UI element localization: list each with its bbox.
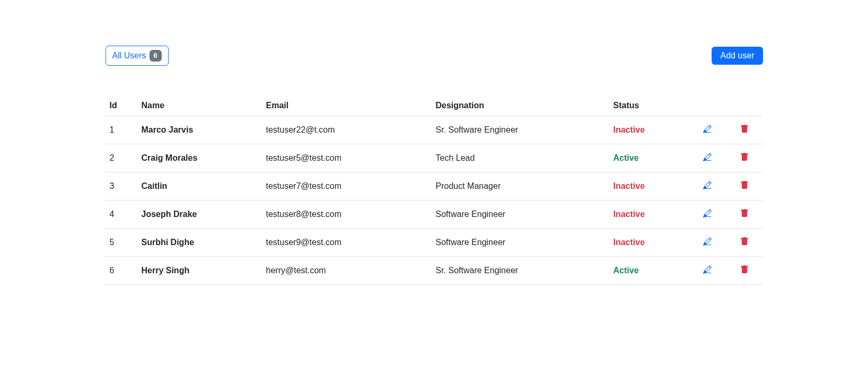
trash-icon	[740, 153, 749, 161]
cell-email: testuser9@test.com	[262, 229, 432, 257]
table-row: 5 Surbhi Dighe testuser9@test.com Softwa…	[106, 229, 763, 257]
table-row: 3 Caitlin testuser7@test.com Product Man…	[106, 172, 763, 201]
cell-email: testuser5@test.com	[262, 144, 432, 172]
users-table: Id Name Email Designation Status 1 Marco…	[106, 96, 763, 285]
edit-button[interactable]	[703, 181, 712, 189]
cell-email: testuser8@test.com	[262, 201, 432, 229]
column-header-name: Name	[137, 96, 262, 116]
delete-button[interactable]	[740, 237, 749, 246]
cell-status: Active	[609, 144, 689, 172]
cell-designation: Product Manager	[432, 172, 609, 201]
cell-designation: Software Engineer	[432, 229, 609, 257]
cell-id: 2	[106, 144, 137, 172]
delete-button[interactable]	[740, 209, 749, 218]
cell-name: Caitlin	[137, 172, 262, 201]
trash-icon	[740, 265, 749, 274]
cell-status: Inactive	[609, 229, 689, 257]
cell-email: herry@test.com	[262, 257, 432, 285]
table-row: 1 Marco Jarvis testuser22@t.com Sr. Soft…	[106, 116, 763, 144]
trash-icon	[740, 209, 749, 218]
cell-designation: Sr. Software Engineer	[432, 116, 609, 144]
pencil-icon	[703, 237, 712, 246]
pencil-icon	[703, 209, 712, 218]
all-users-tab[interactable]: All Users 6	[106, 46, 169, 66]
table-row: 2 Craig Morales testuser5@test.com Tech …	[106, 144, 763, 172]
cell-status: Inactive	[609, 116, 689, 144]
edit-button[interactable]	[703, 237, 712, 246]
delete-button[interactable]	[740, 125, 749, 133]
cell-designation: Sr. Software Engineer	[432, 257, 609, 285]
edit-button[interactable]	[703, 153, 712, 161]
cell-name: Marco Jarvis	[137, 116, 262, 144]
delete-button[interactable]	[740, 181, 749, 189]
cell-email: testuser7@test.com	[262, 172, 432, 201]
cell-name: Craig Morales	[137, 144, 262, 172]
pencil-icon	[703, 153, 712, 161]
add-user-button[interactable]: Add user	[712, 47, 762, 65]
cell-id: 1	[106, 116, 137, 144]
cell-name: Joseph Drake	[137, 201, 262, 229]
edit-button[interactable]	[703, 125, 712, 133]
cell-email: testuser22@t.com	[262, 116, 432, 144]
column-header-status: Status	[609, 96, 689, 116]
user-count-badge: 6	[150, 50, 162, 62]
cell-name: Herry Singh	[137, 257, 262, 285]
pencil-icon	[703, 181, 712, 189]
edit-button[interactable]	[703, 265, 712, 274]
pencil-icon	[703, 265, 712, 274]
pencil-icon	[703, 125, 712, 133]
column-header-designation: Designation	[432, 96, 609, 116]
cell-name: Surbhi Dighe	[137, 229, 262, 257]
cell-id: 5	[106, 229, 137, 257]
cell-status: Active	[609, 257, 689, 285]
edit-button[interactable]	[703, 209, 712, 218]
delete-button[interactable]	[740, 265, 749, 274]
cell-id: 6	[106, 257, 137, 285]
cell-id: 4	[106, 201, 137, 229]
column-header-id: Id	[106, 96, 137, 116]
cell-designation: Software Engineer	[432, 201, 609, 229]
trash-icon	[740, 181, 749, 189]
cell-status: Inactive	[609, 201, 689, 229]
cell-designation: Tech Lead	[432, 144, 609, 172]
table-row: 6 Herry Singh herry@test.com Sr. Softwar…	[106, 257, 763, 285]
cell-status: Inactive	[609, 172, 689, 201]
column-header-delete	[726, 96, 763, 116]
column-header-email: Email	[262, 96, 432, 116]
all-users-label: All Users	[112, 51, 146, 60]
trash-icon	[740, 237, 749, 246]
table-row: 4 Joseph Drake testuser8@test.com Softwa…	[106, 201, 763, 229]
delete-button[interactable]	[740, 153, 749, 161]
column-header-edit	[689, 96, 726, 116]
cell-id: 3	[106, 172, 137, 201]
trash-icon	[740, 125, 749, 133]
